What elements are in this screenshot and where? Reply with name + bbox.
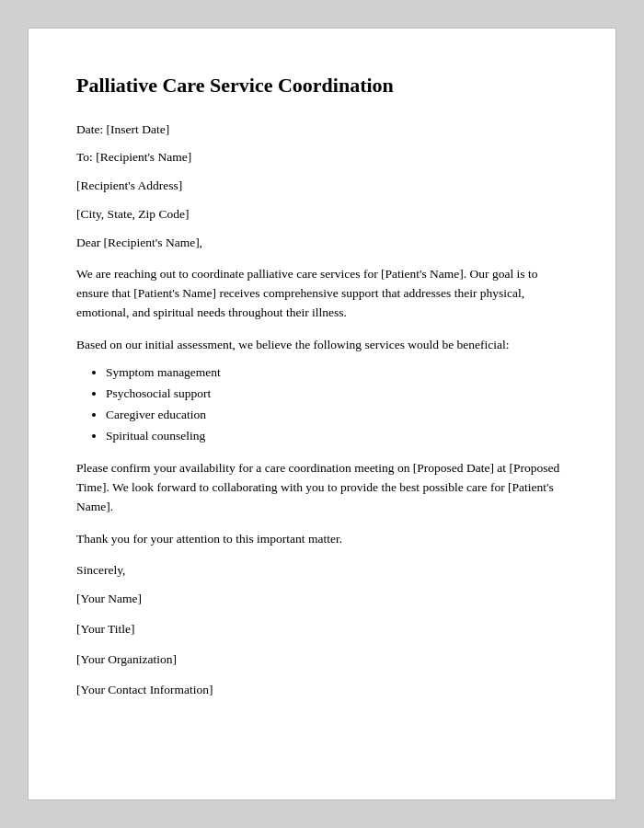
city-line: [City, State, Zip Code] [76,206,568,224]
sig-title: [Your Title] [76,621,568,638]
document-container: Palliative Care Service Coordination Dat… [28,28,616,800]
sig-contact: [Your Contact Information] [76,682,568,699]
list-item: Symptom management [106,362,568,384]
sig-name: [Your Name] [76,591,568,608]
address-line: [Recipient's Address] [76,178,568,195]
to-line: To: [Recipient's Name] [76,149,568,167]
date-line: Date: [Insert Date] [76,121,568,139]
paragraph-3: Please confirm your availability for a c… [76,459,568,517]
sig-org: [Your Organization] [76,651,568,669]
list-item: Caregiver education [106,405,568,426]
document-title: Palliative Care Service Coordination [76,73,568,99]
list-item: Spiritual counseling [106,426,568,447]
list-item: Psychosocial support [106,384,568,405]
paragraph-1: We are reaching out to coordinate pallia… [76,265,568,323]
services-intro: Based on our initial assessment, we beli… [76,336,568,355]
closing: Sincerely, [76,562,568,580]
services-list: Symptom management Psychosocial support … [106,362,568,447]
salutation: Dear [Recipient's Name], [76,235,568,252]
paragraph-4: Thank you for your attention to this imp… [76,530,568,549]
